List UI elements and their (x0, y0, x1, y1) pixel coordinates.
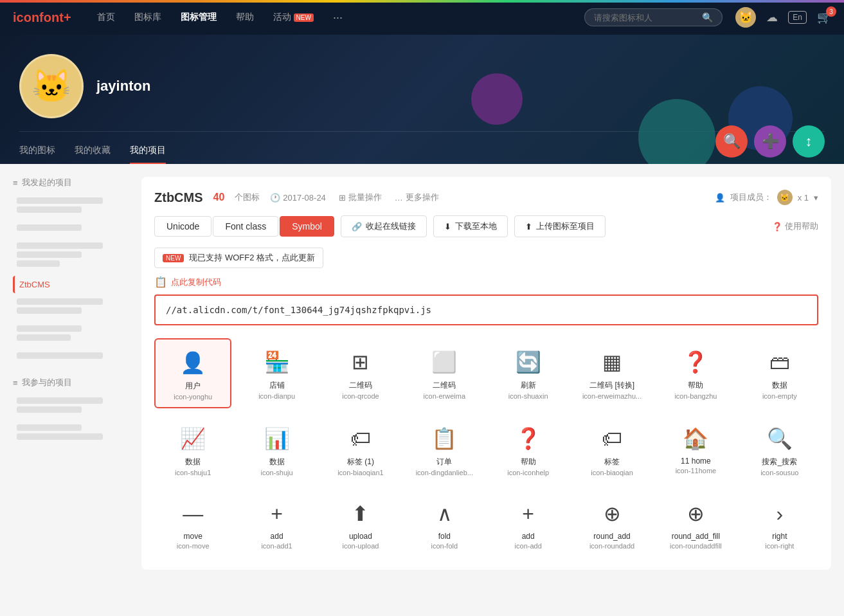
logo[interactable]: iconfont+ (13, 10, 71, 25)
tab-my-favorites[interactable]: 我的收藏 (75, 138, 111, 164)
icon-svg: 🏷 (348, 426, 373, 451)
icon-svg: ⊞ (348, 349, 373, 375)
icon-svg: 👤 (180, 350, 206, 376)
search-icon[interactable]: 🔍 (702, 12, 713, 23)
icon-item-icon-erweima[interactable]: ⬜ 二维码 icon-erweima (406, 338, 483, 408)
icon-item-icon-biaoqian1[interactable]: 🏷 标签 (1) icon-biaoqian1 (322, 415, 399, 484)
icon-item-icon-fold[interactable]: ∧ fold icon-fold (406, 490, 483, 557)
icon-item-icon-add1[interactable]: + add icon-add1 (238, 490, 315, 557)
add-float-btn[interactable]: ➕ (754, 125, 786, 158)
nav-help[interactable]: 帮助 (236, 9, 254, 26)
icon-item-icon-upload[interactable]: ⬆ upload icon-upload (322, 490, 399, 557)
icon-name-en: icon-yonghu (174, 393, 212, 401)
new-badge: NEW (163, 254, 184, 262)
icon-item-icon-biaoqian[interactable]: 🏷 标签 icon-biaoqian (573, 415, 651, 484)
icon-name-en: icon-dingdanlieb... (416, 469, 473, 476)
clock-icon: 🕐 (270, 193, 280, 203)
icon-item-icon-bangzhu[interactable]: ❓ 帮助 icon-bangzhu (657, 338, 734, 408)
icon-name-en: icon-biaoqian (591, 469, 633, 476)
icon-item-icon-empty[interactable]: 🗃 数据 icon-empty (741, 338, 818, 408)
project-members[interactable]: 👤 项目成员： 🐱 x 1 ▾ (715, 190, 818, 205)
more-op[interactable]: … 更多操作 (395, 192, 439, 203)
icon-item-icon-erweimazhu...[interactable]: ▦ 二维码 [转换] icon-erweimazhu... (573, 338, 651, 408)
skeleton-10 (17, 334, 71, 341)
nav-actions: 🐱 ☁ En 🛒 3 (735, 7, 831, 28)
joined-item-2[interactable] (13, 422, 129, 445)
nav-more[interactable]: ··· (333, 11, 343, 24)
upload-icon[interactable]: ☁ (766, 10, 778, 24)
copy-code-link[interactable]: 📋 点此复制代码 (154, 276, 818, 288)
icon-name-en: icon-fold (431, 542, 458, 550)
icon-item-icon-add[interactable]: + add icon-add (490, 490, 567, 557)
project-item-4[interactable] (13, 296, 129, 319)
download-btn[interactable]: ⬇ 下载至本地 (433, 215, 508, 237)
icon-item-icon-move[interactable]: — move icon-move (154, 490, 231, 557)
icon-item-icon-yonghu[interactable]: 👤 用户 icon-yonghu (154, 338, 231, 408)
collapse-link-btn[interactable]: 🔗 收起在线链接 (341, 215, 427, 237)
skeleton-8 (17, 307, 82, 314)
skeleton-9 (17, 325, 82, 332)
icon-item-icon-roundadd[interactable]: ⊕ round_add icon-roundadd (573, 490, 651, 557)
code-block[interactable]: //at.alicdn.com/t/font_130644_jg74jqshzf… (154, 294, 818, 325)
icon-name-cn: fold (438, 532, 451, 541)
icon-name-cn: 标签 (604, 457, 620, 467)
tab-my-projects[interactable]: 我的项目 (130, 138, 166, 164)
project-item-3[interactable] (13, 240, 129, 272)
icon-name-en: icon-roundaddfill (670, 542, 722, 550)
icon-item-icon-shuju[interactable]: 📊 数据 icon-shuju (238, 415, 315, 484)
batch-op[interactable]: ⊞ 批量操作 (339, 192, 382, 203)
sidebar-item-ztbcms[interactable]: ZtbCMS (13, 276, 129, 293)
search-float-btn[interactable]: 🔍 (715, 125, 748, 158)
icon-name-cn: 搜索_搜索 (762, 457, 797, 467)
cart-button[interactable]: 🛒 3 (817, 10, 831, 24)
search-box: 🔍 (584, 8, 723, 26)
search-input[interactable] (594, 13, 697, 23)
skeleton-12 (17, 397, 103, 404)
more-icon: … (395, 193, 403, 203)
icon-item-icon-right[interactable]: › right icon-right (741, 490, 818, 557)
icon-name-cn: move (184, 532, 202, 541)
nav-icon-library[interactable]: 图标库 (134, 9, 161, 26)
icon-name-en: icon-shuju1 (175, 469, 211, 476)
icon-name-cn: 数据 (185, 457, 201, 467)
icon-item-icon-dianpu[interactable]: 🏪 店铺 icon-dianpu (238, 338, 315, 408)
icon-name-en: icon-erweima (424, 392, 465, 400)
icon-name-en: icon-dianpu (258, 392, 295, 400)
skeleton-5 (17, 251, 82, 258)
tab-symbol[interactable]: Symbol (280, 216, 334, 237)
nav-home[interactable]: 首页 (97, 9, 115, 26)
icon-item-icon-dingdanlieb...[interactable]: 📋 订单 icon-dingdanlieb... (406, 415, 483, 484)
chevron-down-icon: ▾ (814, 193, 818, 203)
tab-my-icons[interactable]: 我的图标 (19, 138, 55, 164)
project-item-1[interactable] (13, 195, 129, 218)
icon-svg: 🗃 (767, 349, 793, 375)
help-link[interactable]: ❓ 使用帮助 (772, 221, 818, 232)
icon-item-icon-iconhelp[interactable]: ❓ 帮助 icon-iconhelp (490, 415, 567, 484)
upload-btn[interactable]: ⬆ 上传图标至项目 (514, 215, 606, 237)
icon-item-icon-shuju1[interactable]: 📈 数据 icon-shuju1 (154, 415, 231, 484)
icon-name-en: icon-biaoqian1 (337, 469, 384, 476)
project-item-6[interactable] (13, 350, 129, 364)
copy-icon: 📋 (154, 276, 167, 288)
logo-text: iconfont (13, 10, 64, 24)
icon-name-cn: 11 home (681, 457, 711, 466)
user-avatar[interactable]: 🐱 (735, 7, 756, 28)
icon-item-icon-qrcode[interactable]: ⊞ 二维码 icon-qrcode (322, 338, 399, 408)
nav-icon-manage[interactable]: 图标管理 (181, 9, 217, 26)
lang-switcher[interactable]: En (788, 11, 807, 24)
profile-avatar[interactable]: 🐱 (19, 54, 84, 118)
joined-item-1[interactable] (13, 395, 129, 418)
icon-item-icon-sousuo[interactable]: 🔍 搜索_搜索 icon-sousuo (741, 415, 818, 484)
woff2-notice[interactable]: NEW 现已支持 WOFF2 格式，点此更新 (154, 248, 323, 268)
project-item-5[interactable] (13, 323, 129, 346)
nav-activity[interactable]: 活动NEW (273, 9, 314, 26)
icon-item-icon-11home[interactable]: 🏠 11 home icon-11home (657, 415, 734, 484)
icon-name-cn: 帮助 (688, 380, 703, 391)
sort-float-btn[interactable]: ↕ (793, 125, 825, 158)
icon-item-icon-shuaxin[interactable]: 🔄 刷新 icon-shuaxin (490, 338, 567, 408)
tab-fontclass[interactable]: Font class (213, 216, 278, 237)
project-item-2[interactable] (13, 222, 129, 236)
icon-item-icon-roundaddfill[interactable]: ⊕ round_add_fill icon-roundaddfill (657, 490, 734, 557)
tab-unicode[interactable]: Unicode (154, 216, 211, 237)
icon-svg: 🏠 (683, 426, 708, 451)
